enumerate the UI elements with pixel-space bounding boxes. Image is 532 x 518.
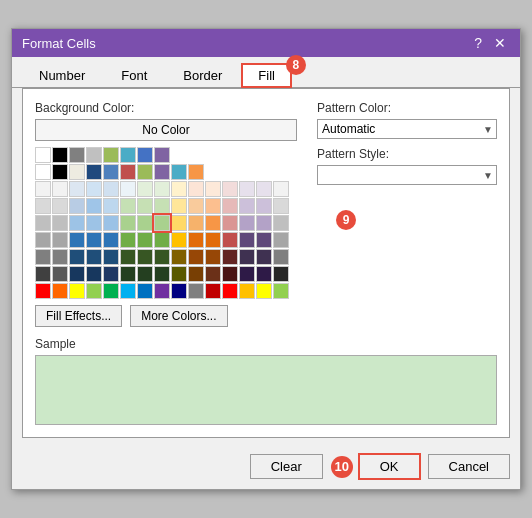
color-cell[interactable] bbox=[52, 283, 68, 299]
more-colors-button[interactable]: More Colors... bbox=[130, 305, 227, 327]
clear-button[interactable]: Clear bbox=[250, 454, 323, 479]
color-cell[interactable] bbox=[137, 249, 153, 265]
color-cell[interactable] bbox=[103, 266, 119, 282]
color-cell[interactable] bbox=[273, 249, 289, 265]
color-cell[interactable] bbox=[103, 249, 119, 265]
color-cell[interactable] bbox=[103, 283, 119, 299]
color-cell[interactable] bbox=[205, 283, 221, 299]
color-cell[interactable] bbox=[222, 181, 238, 197]
tab-font[interactable]: Font bbox=[104, 63, 164, 87]
color-cell[interactable] bbox=[52, 215, 68, 231]
color-cell[interactable] bbox=[273, 283, 289, 299]
color-cell[interactable] bbox=[52, 266, 68, 282]
color-cell[interactable] bbox=[86, 232, 102, 248]
tab-fill[interactable]: Fill bbox=[241, 63, 292, 88]
color-cell[interactable] bbox=[154, 215, 170, 231]
color-cell[interactable] bbox=[256, 181, 272, 197]
color-cell[interactable] bbox=[239, 283, 255, 299]
color-cell[interactable] bbox=[188, 266, 204, 282]
color-cell[interactable] bbox=[120, 147, 136, 163]
color-cell[interactable] bbox=[120, 283, 136, 299]
color-cell[interactable] bbox=[205, 181, 221, 197]
color-cell[interactable] bbox=[256, 283, 272, 299]
color-cell[interactable] bbox=[52, 198, 68, 214]
color-cell[interactable] bbox=[154, 283, 170, 299]
help-button[interactable]: ? bbox=[470, 35, 486, 51]
color-cell[interactable] bbox=[154, 198, 170, 214]
color-cell[interactable] bbox=[86, 283, 102, 299]
color-cell[interactable] bbox=[239, 198, 255, 214]
color-cell[interactable] bbox=[171, 283, 187, 299]
color-cell[interactable] bbox=[154, 147, 170, 163]
color-cell[interactable] bbox=[35, 266, 51, 282]
color-cell[interactable] bbox=[205, 232, 221, 248]
color-cell[interactable] bbox=[103, 215, 119, 231]
color-cell[interactable] bbox=[256, 215, 272, 231]
color-cell[interactable] bbox=[171, 181, 187, 197]
color-cell[interactable] bbox=[69, 249, 85, 265]
color-cell[interactable] bbox=[35, 232, 51, 248]
color-cell[interactable] bbox=[273, 266, 289, 282]
color-cell[interactable] bbox=[69, 164, 85, 180]
color-cell[interactable] bbox=[154, 249, 170, 265]
color-cell[interactable] bbox=[239, 232, 255, 248]
color-cell[interactable] bbox=[137, 266, 153, 282]
color-cell[interactable] bbox=[52, 164, 68, 180]
color-cell[interactable] bbox=[154, 181, 170, 197]
color-cell[interactable] bbox=[273, 232, 289, 248]
color-cell[interactable] bbox=[171, 266, 187, 282]
color-cell[interactable] bbox=[120, 215, 136, 231]
color-cell[interactable] bbox=[154, 266, 170, 282]
color-cell[interactable] bbox=[273, 198, 289, 214]
color-cell[interactable] bbox=[86, 181, 102, 197]
color-cell[interactable] bbox=[188, 198, 204, 214]
color-cell[interactable] bbox=[86, 198, 102, 214]
color-cell[interactable] bbox=[239, 215, 255, 231]
color-cell[interactable] bbox=[222, 266, 238, 282]
color-cell[interactable] bbox=[222, 232, 238, 248]
color-cell[interactable] bbox=[239, 266, 255, 282]
color-cell[interactable] bbox=[188, 283, 204, 299]
color-cell[interactable] bbox=[86, 147, 102, 163]
color-cell[interactable] bbox=[69, 181, 85, 197]
color-cell[interactable] bbox=[154, 232, 170, 248]
close-button[interactable]: ✕ bbox=[490, 35, 510, 51]
color-cell[interactable] bbox=[188, 164, 204, 180]
color-cell[interactable] bbox=[103, 147, 119, 163]
color-cell[interactable] bbox=[256, 232, 272, 248]
tab-number[interactable]: Number bbox=[22, 63, 102, 87]
color-cell[interactable] bbox=[69, 215, 85, 231]
color-cell[interactable] bbox=[120, 198, 136, 214]
color-cell[interactable] bbox=[120, 266, 136, 282]
color-cell[interactable] bbox=[188, 215, 204, 231]
color-cell[interactable] bbox=[35, 198, 51, 214]
color-cell[interactable] bbox=[86, 215, 102, 231]
color-cell[interactable] bbox=[205, 198, 221, 214]
ok-button[interactable]: OK bbox=[359, 454, 420, 479]
color-cell[interactable] bbox=[69, 266, 85, 282]
color-cell[interactable] bbox=[120, 181, 136, 197]
color-cell[interactable] bbox=[137, 164, 153, 180]
color-cell[interactable] bbox=[239, 249, 255, 265]
color-cell[interactable] bbox=[222, 283, 238, 299]
color-cell[interactable] bbox=[35, 283, 51, 299]
color-cell[interactable] bbox=[137, 198, 153, 214]
color-cell[interactable] bbox=[86, 266, 102, 282]
color-cell[interactable] bbox=[256, 249, 272, 265]
color-cell[interactable] bbox=[52, 181, 68, 197]
color-cell[interactable] bbox=[171, 198, 187, 214]
color-cell[interactable] bbox=[171, 215, 187, 231]
color-cell[interactable] bbox=[154, 164, 170, 180]
color-cell[interactable] bbox=[137, 232, 153, 248]
color-cell[interactable] bbox=[222, 215, 238, 231]
color-cell[interactable] bbox=[35, 147, 51, 163]
color-cell[interactable] bbox=[137, 147, 153, 163]
color-cell[interactable] bbox=[273, 215, 289, 231]
color-cell[interactable] bbox=[86, 249, 102, 265]
color-cell[interactable] bbox=[35, 249, 51, 265]
color-cell[interactable] bbox=[256, 198, 272, 214]
color-cell[interactable] bbox=[103, 232, 119, 248]
tab-border[interactable]: Border bbox=[166, 63, 239, 87]
color-cell[interactable] bbox=[273, 181, 289, 197]
color-cell[interactable] bbox=[103, 164, 119, 180]
